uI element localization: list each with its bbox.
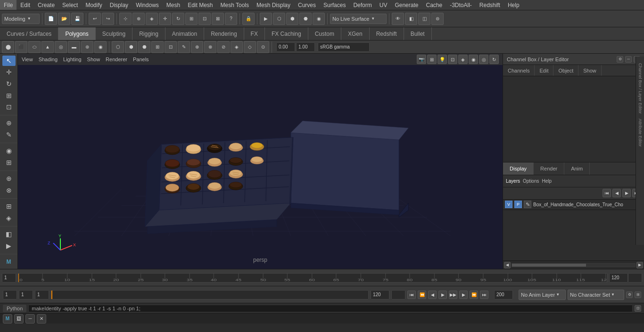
taskbar-icon2[interactable]: ─ [25,314,35,324]
paint-select-btn[interactable]: ✎ [2,130,16,140]
taskbar-icon1[interactable]: 🖼 [14,314,24,324]
cam1-btn[interactable]: 👁 [392,13,404,25]
disp-tab-anim[interactable]: Anim [564,162,590,175]
scroll-left-btn[interactable]: ◀ [504,262,511,268]
tab-custom[interactable]: Custom [308,27,341,40]
mesh-torus-btn[interactable]: ◎ [55,41,67,53]
taskbar-icon3[interactable]: ✕ [37,314,46,324]
menu-surfaces[interactable]: Surfaces [320,0,349,10]
frame-display[interactable]: 1 [35,290,49,300]
anim-end-btn[interactable]: ⏭ [480,291,488,299]
timeline-end-checkbox[interactable] [628,273,642,283]
undo-btn[interactable]: ↩ [89,13,101,25]
render3-btn[interactable]: ⬢ [286,13,298,25]
vp-aa-btn[interactable]: ◉ [469,55,478,64]
timeline-start-field[interactable]: 1 [2,273,16,283]
rotate-tool-btn[interactable]: ↻ [172,13,184,25]
mesh-tool3-btn[interactable]: ⬣ [138,41,150,53]
cam4-btn[interactable]: ⊜ [431,13,444,25]
tab-animation[interactable]: Animation [165,27,204,40]
animation-slider[interactable] [51,290,369,300]
vp-menu-shading[interactable]: Shading [39,57,58,62]
mesh-cylinder-btn[interactable]: ⬭ [28,41,41,53]
layers-tab-layers[interactable]: Layers [506,178,520,184]
new-file-btn[interactable]: 📄 [45,13,57,25]
mesh-cone-btn[interactable]: ▲ [41,41,54,53]
vp-shade-btn[interactable]: ◈ [458,55,468,64]
tab-fx[interactable]: FX [244,27,265,40]
mesh-tool9-btn[interactable]: ⊘ [217,41,230,53]
mesh-tool5-btn[interactable]: ⊡ [165,41,177,53]
open-file-btn[interactable]: 📂 [58,13,70,25]
anim-layer-dropdown[interactable]: No Anim Layer ▼ [519,290,566,300]
paint-tool-btn[interactable]: ◈ [146,13,158,25]
select-tool-btn[interactable]: ⊹ [119,13,132,25]
render2-btn[interactable]: ⬡ [273,13,285,25]
script-editor-btn[interactable]: ⊡ [635,305,641,312]
vp-cam-btn[interactable]: 📷 [417,55,426,64]
char-set-dropdown[interactable]: No Character Set ▼ [568,290,624,300]
mesh-tool4-btn[interactable]: ⊞ [151,41,164,53]
snap1-btn[interactable]: 🔒 [242,13,255,25]
colorspace-field[interactable]: sRGB gamma [318,42,370,52]
mesh-tool8-btn[interactable]: ⊗ [204,41,216,53]
menu-uv[interactable]: UV [376,0,391,10]
menu-file[interactable]: File [0,0,17,10]
scale-tool-btn[interactable]: ⊞ [185,13,198,25]
menu-edit-mesh[interactable]: Edit Mesh [184,0,216,10]
display-mode-btn[interactable]: ◈ [2,213,16,223]
save-file-btn[interactable]: 💾 [71,13,83,25]
cb-minimize-btn[interactable]: ─ [625,56,632,63]
menu-cache[interactable]: Cache [422,0,446,10]
layers-tab-help[interactable]: Help [542,178,552,184]
command-field[interactable]: makeIdentity -apply true -t 1 -r 1 -s 1 … [28,305,633,312]
tab-curves-surfaces[interactable]: Curves / Surfaces [0,27,58,40]
disp-tab-display[interactable]: Display [503,162,534,175]
tab-bullet[interactable]: Bullet [404,27,432,40]
menu-create[interactable]: Create [34,0,58,10]
menu-mesh-tools[interactable]: Mesh Tools [217,0,253,10]
timeline-ruler[interactable]: 0 5 10 15 20 25 30 35 40 45 50 55 60 [18,273,607,283]
menu-windows[interactable]: Windows [132,0,163,10]
layer-nav-next[interactable]: ▶ [622,189,631,197]
layer-visibility-p[interactable]: P [514,201,522,208]
mesh-plane-btn[interactable]: ▬ [68,41,80,53]
anim-extra-btn[interactable]: ⊞ [635,292,641,298]
mesh-tool1-btn[interactable]: ⬡ [112,41,124,53]
tab-sculpting[interactable]: Sculpting [96,27,132,40]
isolate-btn[interactable]: ◧ [2,229,16,239]
rot-x-field[interactable]: 0.00 [276,42,295,52]
menu-display[interactable]: Display [106,0,132,10]
move-mode-btn[interactable]: ✛ [2,67,16,78]
menu-edit[interactable]: Edit [17,0,34,10]
playback-end-field[interactable]: 120 [371,290,389,300]
checkbox-field[interactable] [391,290,405,300]
menu-deform[interactable]: Deform [349,0,375,10]
vp-menu-panels[interactable]: Panels [133,57,149,62]
mesh-tool12-btn[interactable]: ⊙ [257,41,269,53]
lasso-mode-btn[interactable]: ⊕ [2,118,16,129]
scene-3d[interactable]: X Y Z persp [18,67,503,269]
menu-mesh[interactable]: Mesh [163,0,184,10]
render-btn[interactable]: ▶ [2,241,16,251]
extra2-btn[interactable]: ? [225,13,237,25]
vp-ao-btn[interactable]: ↻ [489,55,499,64]
toggle-local-btn[interactable]: ⊗ [2,185,16,195]
select-mode-btn[interactable]: ↖ [2,56,16,66]
edge-tab-channel-box[interactable]: Channel Box / Layer Editor [637,61,644,116]
menu-redshift[interactable]: Redshift [476,0,504,10]
anim-settings-btn[interactable]: ⚙ [626,292,633,298]
scrollbar-thumb[interactable] [512,264,586,267]
extra1-btn[interactable]: ⊠ [212,13,224,25]
cb-tab-show[interactable]: Show [578,65,602,76]
range-end-field[interactable]: 200 [494,290,513,300]
menu-curves[interactable]: Curves [294,0,320,10]
transform-mode-btn[interactable]: ⊡ [2,102,16,112]
workspace-dropdown[interactable]: Modeling ▼ [2,14,40,24]
move-tool-btn[interactable]: ✛ [159,13,171,25]
render4-btn[interactable]: ⬣ [299,13,312,25]
menu-help[interactable]: Help [504,0,523,10]
script-lang-selector[interactable]: Python [3,305,26,312]
anim-start-btn[interactable]: ⏮ [407,291,416,299]
mesh-cube-btn[interactable]: ⬛ [15,41,27,53]
